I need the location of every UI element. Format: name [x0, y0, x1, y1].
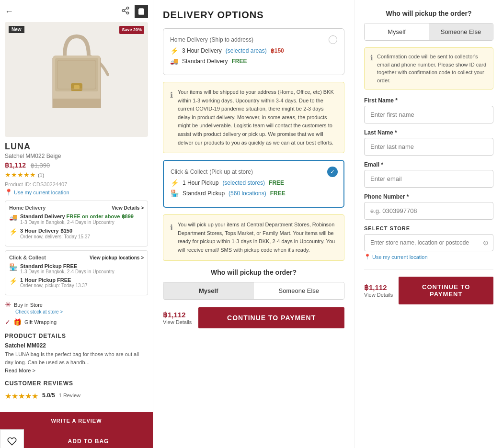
1hour-pickup-option: ⚡ 1 Hour Pickup (selected stores) FREE: [171, 179, 286, 187]
product-subtitle: Satchel MM022 Beige: [5, 153, 148, 159]
share-icon[interactable]: [121, 6, 130, 17]
store-input-wrapper: ⊙: [364, 234, 493, 251]
std-pickup-icon: 🏪: [171, 190, 179, 197]
info-icon: ℹ: [170, 89, 173, 147]
right-price-bar: ฿1,112 View Details CONTINUE TO PAYMENT: [364, 269, 493, 304]
wishlist-button[interactable]: [0, 429, 24, 448]
std-pickup-option: 🏪 Standard Pickup (560 locations) FREE: [171, 190, 286, 197]
click-collect-option-card[interactable]: Click & Collect (Pick up at store) ⚡ 1 H…: [163, 160, 344, 208]
home-delivery-card: Home Delivery View Details > 🚚 Standard …: [5, 201, 148, 246]
header-icons: [121, 5, 148, 18]
who-pickup-title: Who will pickup the order?: [163, 269, 344, 276]
product-desc: The LUNA bag is the perfect bag for thos…: [5, 350, 148, 366]
click-collect-header: Click & Collect View pickup locations >: [9, 255, 144, 260]
phone-group: Phone Number *: [364, 193, 493, 220]
svg-line-4: [124, 9, 126, 10]
product-image: New Save 20%: [5, 22, 148, 137]
add-to-bag-button[interactable]: ADD TO BAG: [24, 429, 153, 448]
info-note-icon: ℹ: [370, 53, 373, 84]
3hour-delivery-option: ⚡ 3 Hour Delivery ฿150 Order now, delive…: [9, 228, 144, 239]
confirmation-info: ℹ Confirmation code will be sent to coll…: [364, 47, 493, 90]
product-details-title: PRODUCT DETAILS: [5, 333, 148, 339]
express-delivery-icon: ⚡: [170, 47, 178, 55]
gift-icon: 🎁: [13, 318, 22, 326]
save-badge: Save 20%: [119, 26, 144, 34]
first-name-label: First Name *: [364, 97, 493, 104]
write-review-button[interactable]: WRITE A REVIEW: [0, 412, 153, 429]
svg-line-3: [124, 11, 126, 12]
home-delivery-radio[interactable]: [329, 35, 337, 44]
last-name-input[interactable]: [364, 138, 493, 156]
store-icon: 🏪: [9, 263, 17, 271]
right-who-title: Who will pickup the order?: [364, 10, 493, 17]
home-delivery-header: Home Delivery View Details >: [9, 205, 144, 211]
bag-svg: [38, 27, 115, 132]
new-badge: New: [9, 26, 24, 33]
product-model: Satchel MM022: [5, 342, 148, 349]
current-location-link[interactable]: 📍 Use my current location: [364, 254, 493, 260]
pickup-section: Who will pickup the order? Myself Someon…: [163, 269, 344, 300]
store-icon: ✳: [5, 300, 11, 309]
last-name-label: Last Name *: [364, 129, 493, 136]
check-icon: ✓: [5, 318, 11, 326]
location-pin-icon: 📍: [364, 254, 371, 260]
right-pickup-toggle: Myself Someone Else: [364, 23, 493, 41]
view-details-link[interactable]: View Details >: [112, 205, 144, 211]
view-details-link[interactable]: View Details: [163, 319, 192, 325]
buy-in-store[interactable]: ✳ Buy in Store: [5, 300, 148, 309]
delivery-options-title: DELIVERY OPTIONS: [163, 10, 344, 21]
location-link[interactable]: 📍 Use my current location: [5, 189, 148, 196]
price-amount: ฿1,112: [163, 311, 192, 319]
first-name-input[interactable]: [364, 106, 493, 123]
right-price-amount-wrapper: ฿1,112 View Details: [364, 283, 393, 298]
price-original: ฿1,390: [31, 162, 50, 169]
express-icon: ⚡: [9, 228, 17, 235]
bottom-buttons: ADD TO BAG: [0, 429, 153, 448]
price-amount-wrapper: ฿1,112 View Details: [163, 311, 192, 325]
right-myself-button[interactable]: Myself: [365, 23, 429, 40]
product-id: Product ID: CDS30224407: [5, 181, 148, 187]
phone-input[interactable]: [364, 202, 493, 220]
read-more-link[interactable]: Read More >: [5, 368, 148, 373]
select-store-label: SELECT STORE: [364, 225, 493, 231]
someone-else-button[interactable]: Someone Else: [254, 282, 344, 299]
myself-button[interactable]: Myself: [163, 282, 254, 299]
product-price: ฿1,112 ฿1,390: [5, 161, 148, 169]
continue-to-payment-button[interactable]: CONTINUE TO PAYMENT: [198, 307, 344, 328]
product-name: LUNA: [5, 142, 148, 152]
info-icon2: ℹ: [170, 222, 173, 254]
check-stock-link[interactable]: Check stock at store >: [15, 309, 148, 314]
first-name-group: First Name *: [364, 97, 493, 123]
svg-rect-11: [53, 99, 101, 108]
right-continue-button[interactable]: CONTINUE TO PAYMENT: [399, 277, 493, 304]
truck-delivery-icon: 🚚: [170, 57, 178, 65]
right-price-amount: ฿1,112: [364, 283, 393, 292]
store-search-input[interactable]: [364, 234, 493, 251]
home-delivery-option-card[interactable]: Home Delivery (Ship to address) ⚡ 3 Hour…: [163, 28, 344, 75]
email-input[interactable]: [364, 170, 493, 188]
svg-point-0: [126, 7, 129, 10]
svg-point-1: [122, 10, 125, 12]
cart-icon[interactable]: [135, 5, 148, 18]
right-someone-else-button[interactable]: Someone Else: [429, 23, 493, 40]
click-collect-card-title: Click & Collect (Pick up at store): [171, 168, 286, 175]
svg-rect-9: [74, 85, 80, 89]
review-stars-row: ★★★★★ 5.0/5 1 Review: [5, 390, 148, 401]
click-collect-card: Click & Collect View pickup locations > …: [5, 250, 148, 295]
right-view-details[interactable]: View Details: [364, 292, 393, 298]
reviews-title: CUSTOMER REVIEWS: [5, 380, 148, 387]
pickup-toggle: Myself Someone Else: [163, 282, 344, 300]
price-current: ฿1,112: [5, 161, 26, 169]
review-count: 1 Review: [59, 392, 80, 398]
middle-panel: DELIVERY OPTIONS Home Delivery (Ship to …: [153, 0, 354, 448]
home-delivery-info: ℹ Your items will be shipped to your add…: [163, 82, 344, 153]
price-bar: ฿1,112 View Details CONTINUE TO PAYMENT: [163, 307, 344, 328]
truck-icon: 🚚: [9, 213, 17, 221]
selected-check-icon: ✓: [327, 167, 338, 177]
back-button[interactable]: ←: [5, 7, 13, 17]
left-panel: ← New Save 20%: [0, 0, 153, 448]
hour1-icon: ⚡: [171, 179, 179, 187]
last-name-group: Last Name *: [364, 129, 493, 156]
view-pickup-link[interactable]: View pickup locations >: [90, 255, 144, 260]
reviews-section: CUSTOMER REVIEWS ★★★★★ 5.0/5 1 Review: [5, 380, 148, 401]
